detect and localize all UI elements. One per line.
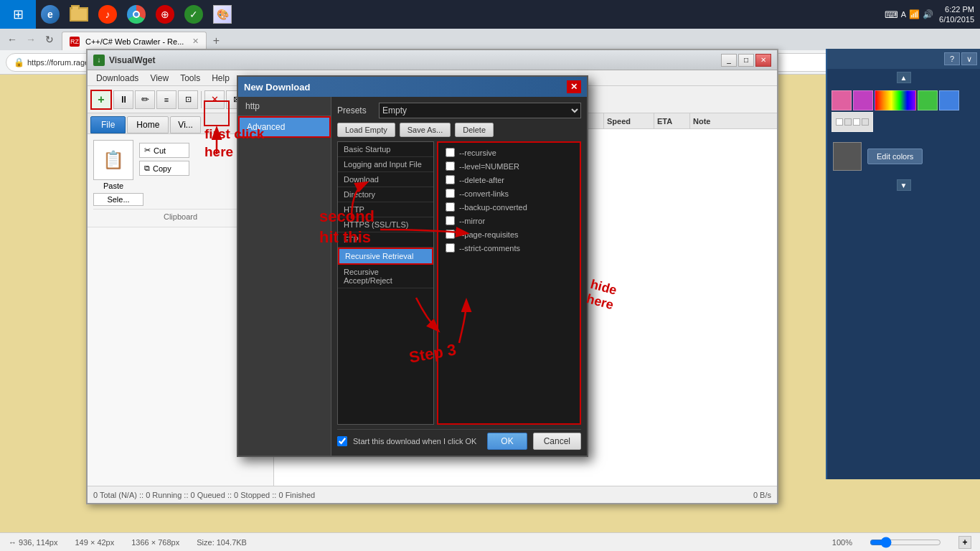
lock-icon: 🔒 xyxy=(14,57,24,67)
nd-cb-recursive[interactable]: --recursive xyxy=(441,146,577,159)
cancel-button[interactable]: Cancel xyxy=(533,433,581,450)
presets-label: Presets xyxy=(337,105,373,116)
vw-menu-tools[interactable]: Tools xyxy=(174,72,206,85)
vw-properties-button[interactable]: ≡ xyxy=(156,90,176,109)
nd-titlebar: New Download ✕ xyxy=(238,77,587,97)
vw-menu-downloads[interactable]: Downloads xyxy=(90,72,144,85)
file-size: Size: 104.7KB xyxy=(197,538,247,547)
itunes-taskbar-icon[interactable]: ♪ xyxy=(93,0,122,29)
vw-resize-button[interactable]: ⊡ xyxy=(178,90,198,109)
color-swatch-rainbow[interactable] xyxy=(875,90,916,110)
vw-delete-button[interactable]: ✕ xyxy=(204,90,225,109)
load-empty-button[interactable]: Load Empty xyxy=(337,123,395,137)
vw-menu-help[interactable]: Help xyxy=(206,72,235,85)
vw-minimize-button[interactable]: _ xyxy=(721,54,737,67)
nd-cat-http[interactable]: HTTP xyxy=(338,202,433,217)
scroll-down-button[interactable]: ▼ xyxy=(897,179,911,191)
delete-button[interactable]: Delete xyxy=(455,123,494,137)
color-swatch-pink[interactable] xyxy=(831,90,852,110)
status-text: 0 Total (N/A) :: 0 Running :: 0 Queued :… xyxy=(93,491,315,499)
nd-cb-level[interactable]: --level=NUMBER xyxy=(441,159,577,173)
nd-cat-logging[interactable]: Logging and Input File xyxy=(338,157,433,172)
nd-item-advanced[interactable]: Advanced xyxy=(238,116,331,138)
copy-button[interactable]: ⧉ Copy xyxy=(139,161,189,176)
ok-button[interactable]: OK xyxy=(487,433,527,450)
canvas-dimensions: 980 × 551px xyxy=(131,538,179,547)
browser-tab[interactable]: RZ C++/C# Web Crawler - Re... ✕ xyxy=(62,32,207,50)
right-panel-help-button[interactable]: ? xyxy=(944,52,960,65)
edit-colors-button[interactable]: Edit colors xyxy=(867,149,923,164)
paste-label: Paste xyxy=(103,182,123,190)
nd-cb-backup[interactable]: --backup-converted xyxy=(441,200,577,214)
clock: 6:22 PM 6/10/2015 xyxy=(939,4,974,25)
view-ribbon-tab[interactable]: Vi... xyxy=(170,116,200,133)
nd-cb-mirror[interactable]: --mirror xyxy=(441,214,577,227)
start-download-label: Start this download when I click OK xyxy=(353,437,481,446)
nd-cat-recursive[interactable]: Recursive Retrieval xyxy=(338,248,433,265)
tab-title: C++/C# Web Crawler - Re... xyxy=(85,37,184,46)
nd-close-button[interactable]: ✕ xyxy=(567,80,581,93)
color-swatch-blue[interactable] xyxy=(939,90,959,110)
nd-cat-directory[interactable]: Directory xyxy=(338,187,433,202)
paint-taskbar-icon[interactable]: 🎨 xyxy=(208,0,237,29)
col-note-header: Note xyxy=(690,113,777,128)
keyboard-tray-icon: ⌨ xyxy=(885,9,898,20)
paste-large-button[interactable]: 📋 xyxy=(93,140,133,180)
save-as-button[interactable]: Save As... xyxy=(400,123,451,137)
cut-button[interactable]: ✂ Cut xyxy=(139,143,189,158)
green-app-taskbar-icon[interactable]: ✓ xyxy=(179,0,208,29)
select-button[interactable]: Sele... xyxy=(93,193,143,206)
vw-maximize-button[interactable]: □ xyxy=(738,54,754,67)
visualwget-titlebar[interactable]: ↓ VisualWget _ □ ✕ xyxy=(88,50,777,70)
right-panel-expand-button[interactable]: ∨ xyxy=(961,52,977,65)
refresh-button[interactable]: ↻ xyxy=(40,30,59,49)
vw-pause-button[interactable]: ⏸ xyxy=(113,90,133,109)
tab-close-icon[interactable]: ✕ xyxy=(192,37,199,46)
selection-dimensions: 149 × 42px xyxy=(75,538,115,547)
zoom-plus-button[interactable]: + xyxy=(958,536,971,549)
new-tab-button[interactable]: + xyxy=(207,32,225,50)
color-swatch-magenta[interactable] xyxy=(853,90,873,110)
nd-cat-accept-reject[interactable]: Recursive Accept/Reject xyxy=(338,265,433,288)
nd-checkbox-area: --recursive --level=NUMBER --delete-afte… xyxy=(437,141,581,425)
home-ribbon-tab[interactable]: Home xyxy=(127,116,169,133)
ie-taskbar-icon[interactable]: e xyxy=(36,0,65,29)
col-speed-header: Speed xyxy=(604,113,654,128)
chrome-taskbar-icon[interactable] xyxy=(122,0,151,29)
nd-cb-strict[interactable]: --strict-comments xyxy=(441,241,577,255)
zoom-slider[interactable] xyxy=(870,537,941,548)
nd-category-list: Basic Startup Logging and Input File Dow… xyxy=(337,141,434,425)
presets-select[interactable]: Empty xyxy=(379,103,581,118)
nd-cat-download[interactable]: Download xyxy=(338,172,433,187)
language-indicator: A xyxy=(901,10,906,19)
network-icon: 📶 xyxy=(909,9,920,19)
nd-cat-ftp[interactable]: FTP xyxy=(338,232,433,248)
scroll-up-button[interactable]: ▲ xyxy=(897,72,911,83)
col-eta-header: ETA xyxy=(654,113,690,128)
new-download-dialog: New Download ✕ http Advanced Presets Emp… xyxy=(237,75,588,457)
nd-cat-basic[interactable]: Basic Startup xyxy=(338,142,433,157)
page-footer: ↔ 936, 114px 149 × 42px 980 × 551px Siz… xyxy=(0,532,980,551)
nd-item-http[interactable]: http xyxy=(238,97,331,116)
vw-menu-view[interactable]: View xyxy=(144,72,174,85)
right-panel: ? ∨ ▲ Edit colors ▼ xyxy=(826,49,980,479)
visualwget-title: VisualWget xyxy=(109,55,155,65)
color-swatch-green[interactable] xyxy=(918,90,938,110)
forward-button[interactable]: → xyxy=(22,30,40,49)
start-button[interactable]: ⊞ xyxy=(0,0,36,29)
color-swatch-white-squares[interactable] xyxy=(831,112,873,132)
nd-cat-https[interactable]: HTTPS (SSL/TLS) xyxy=(338,217,433,232)
vw-close-button[interactable]: ✕ xyxy=(755,54,771,67)
nd-section-list: http Advanced xyxy=(238,97,331,456)
file-ribbon-tab[interactable]: File xyxy=(90,116,126,133)
compass-taskbar-icon[interactable]: ⊕ xyxy=(151,0,179,29)
vw-add-button[interactable]: + xyxy=(90,90,112,110)
nd-cb-page-req[interactable]: --page-requisites xyxy=(441,227,577,241)
file-explorer-taskbar-icon[interactable] xyxy=(65,0,93,29)
back-button[interactable]: ← xyxy=(3,30,22,49)
nd-cb-convert-links[interactable]: --convert-links xyxy=(441,187,577,200)
nd-cb-delete-after[interactable]: --delete-after xyxy=(441,173,577,187)
start-download-checkbox[interactable] xyxy=(337,436,347,446)
vw-edit-button[interactable]: ✏ xyxy=(135,90,155,109)
nd-title: New Download xyxy=(244,82,310,93)
